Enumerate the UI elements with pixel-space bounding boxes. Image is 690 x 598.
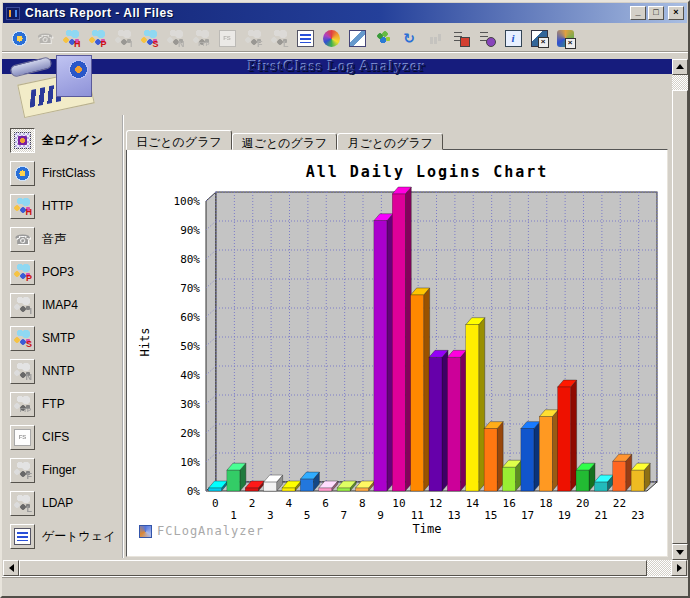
svg-text:5: 5 <box>304 509 311 522</box>
toolbar-info-report-button[interactable] <box>500 26 526 50</box>
smtp-icon-button[interactable]: S <box>10 326 35 351</box>
sidebar-item-finger[interactable]: FFinger <box>10 457 118 483</box>
ldap-icon-button[interactable]: L <box>10 491 35 516</box>
up-arrow-icon <box>676 64 684 69</box>
toolbar-imap4-button[interactable]: I <box>110 26 136 50</box>
nntp-icon-button[interactable]: N <box>10 359 35 384</box>
sidebar-item-voice[interactable]: 音声 <box>10 226 118 252</box>
svg-text:9: 9 <box>377 509 384 522</box>
sidebar-item-pop3[interactable]: PPOP3 <box>10 259 118 285</box>
toolbar-http-button[interactable]: H <box>58 26 84 50</box>
pop3-icon-button[interactable]: P <box>10 260 35 285</box>
I-molecule-icon: I <box>115 30 132 47</box>
scroll-right-button[interactable] <box>671 560 687 576</box>
tab-weekly[interactable]: 週ごとのグラフ <box>232 133 338 150</box>
svg-text:21: 21 <box>594 509 607 522</box>
sidebar-item-gateway[interactable]: ゲートウェイ <box>10 523 118 549</box>
voice-icon-button[interactable] <box>10 227 35 252</box>
firstclass-icon-button[interactable] <box>10 161 35 186</box>
toolbar-cifs-button[interactable]: FS <box>214 26 240 50</box>
toolbar-image-report-button[interactable] <box>344 26 370 50</box>
close-button[interactable]: × <box>668 6 684 20</box>
ftp-icon-button[interactable]: FTP <box>10 392 35 417</box>
scroll-down-button[interactable] <box>672 544 688 560</box>
toolbar-smtp-button[interactable]: S <box>136 26 162 50</box>
sidebar-item-smtp[interactable]: SSMTP <box>10 325 118 351</box>
sidebar-item-http[interactable]: HHTTP <box>10 193 118 219</box>
finger-icon-button[interactable]: F <box>10 458 35 483</box>
logins-bar-chart: All Daily Logins Chart0%10%20%30%40%50%6… <box>127 150 669 557</box>
bar-hour-11 <box>411 295 424 491</box>
minimize-button[interactable]: _ <box>630 6 646 20</box>
toolbar-statistics-button[interactable] <box>370 26 396 50</box>
bar-side <box>460 350 466 491</box>
bar-hour-14 <box>466 325 479 491</box>
toolbar-ldap-button[interactable]: L <box>266 26 292 50</box>
swirl-icon <box>323 30 340 47</box>
sidebar-item-ftp[interactable]: FTPFTP <box>10 391 118 417</box>
cycle-icon <box>401 30 418 47</box>
toolbar-finger-button[interactable]: F <box>240 26 266 50</box>
svg-text:Hits: Hits <box>138 328 152 357</box>
svg-text:18: 18 <box>539 497 552 510</box>
sidebar-item-nntp[interactable]: NNNTP <box>10 358 118 384</box>
bar-side <box>534 422 540 491</box>
toolbar-pop3-button[interactable]: P <box>84 26 110 50</box>
sidebar-item-firstclass[interactable]: FirstClass <box>10 160 118 186</box>
toolbar-voice-button[interactable] <box>32 26 58 50</box>
toolbar-report-red-button[interactable] <box>448 26 474 50</box>
cifs-icon-button[interactable]: FS <box>10 425 35 450</box>
gateway-icon-button[interactable] <box>10 524 35 549</box>
bar-hour-23 <box>631 470 644 491</box>
sidebar-item-imap4[interactable]: IIMAP4 <box>10 292 118 318</box>
maximize-button[interactable]: □ <box>648 6 664 20</box>
sidebar-item-label: IMAP4 <box>42 298 78 312</box>
all-logins-icon-button[interactable] <box>10 128 35 153</box>
toolbar-gateway-button[interactable] <box>292 26 318 50</box>
toolbar-report-purple-button[interactable] <box>474 26 500 50</box>
tab-daily[interactable]: 日ごとのグラフ <box>126 130 232 150</box>
S-molecule-icon: S <box>141 30 158 47</box>
toolbar-refresh-button[interactable] <box>396 26 422 50</box>
horizontal-scrollbar[interactable] <box>3 560 687 576</box>
http-icon-button[interactable]: H <box>10 194 35 219</box>
L-molecule-icon: L <box>14 495 31 512</box>
vertical-scrollbar[interactable] <box>672 59 688 560</box>
toolbar-exit-report-button[interactable] <box>552 26 578 50</box>
bar-hour-7 <box>337 488 350 491</box>
bar-hour-8 <box>356 488 369 491</box>
toolbar-nntp-button[interactable]: N <box>162 26 188 50</box>
main-area: 全ログインFirstClassHHTTP音声PPOP3IIMAP4SSMTPNN… <box>6 115 670 558</box>
svg-text:10: 10 <box>392 497 405 510</box>
svg-text:70%: 70% <box>180 282 200 295</box>
bar-hour-0 <box>209 488 222 491</box>
bar-hour-3 <box>264 482 277 491</box>
watermark-label: FCLogAnalyzer <box>157 524 264 538</box>
svg-text:30%: 30% <box>180 398 200 411</box>
toolbar-all-logins-button[interactable] <box>6 26 32 50</box>
sidebar-item-ldap[interactable]: LLDAP <box>10 490 118 516</box>
scroll-up-button[interactable] <box>672 59 688 75</box>
toolbar-ftp-button[interactable]: FTP <box>188 26 214 50</box>
down-arrow-icon <box>676 550 684 555</box>
sidebar-item-cifs[interactable]: FSCIFS <box>10 424 118 450</box>
svg-text:20%: 20% <box>180 427 200 440</box>
logo-box <box>56 55 92 97</box>
vertical-scroll-thumb[interactable] <box>672 90 688 544</box>
toolbar-histogram-button[interactable] <box>422 26 448 50</box>
horizontal-scroll-thumb[interactable] <box>19 560 647 576</box>
sidebar-item-label: 全ログイン <box>42 132 103 149</box>
svg-text:16: 16 <box>503 497 516 510</box>
svg-text:23: 23 <box>631 509 644 522</box>
toolbar-close-report-button[interactable] <box>526 26 552 50</box>
svg-text:14: 14 <box>466 497 480 510</box>
sidebar-item-all-logins[interactable]: 全ログイン <box>10 127 118 153</box>
bar-hour-15 <box>484 429 497 491</box>
bar-hour-12 <box>429 357 442 491</box>
tab-strip: 日ごとのグラフ週ごとのグラフ月ごとのグラフ <box>126 130 443 150</box>
toolbar-sessions-button[interactable] <box>318 26 344 50</box>
app-logo <box>8 53 120 113</box>
tab-monthly[interactable]: 月ごとのグラフ <box>337 133 443 150</box>
imap4-icon-button[interactable]: I <box>10 293 35 318</box>
scroll-left-button[interactable] <box>3 560 19 576</box>
